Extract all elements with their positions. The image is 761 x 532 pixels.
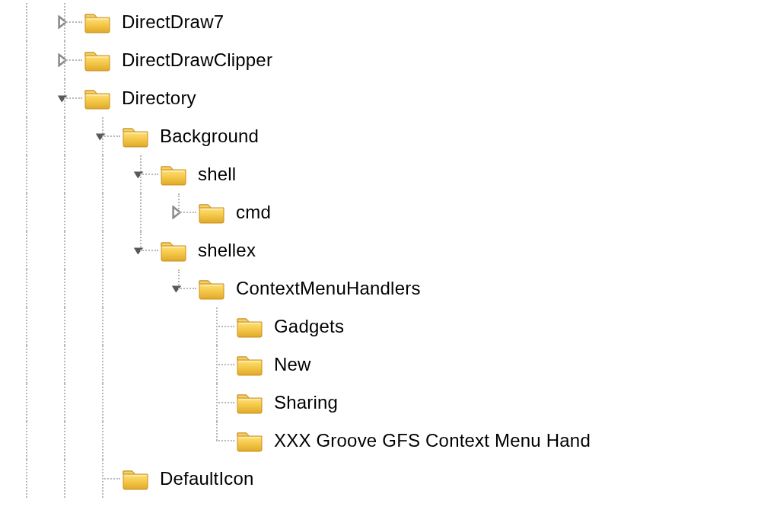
registry-tree: DirectDraw7 DirectDrawClipper Directory [0, 0, 761, 498]
folder-icon [122, 124, 149, 148]
expand-collapse-icon[interactable] [94, 129, 110, 145]
tree-item-label: cmd [236, 193, 271, 231]
tree-row[interactable]: New [8, 346, 761, 384]
tree-item-label: DirectDraw7 [122, 3, 224, 41]
tree-item-label: Sharing [274, 384, 338, 422]
tree-row[interactable]: DirectDrawClipper [8, 41, 761, 79]
folder-icon [84, 10, 111, 34]
tree-row[interactable]: DefaultIcon [8, 460, 761, 498]
tree-item-label: ContextMenuHandlers [236, 269, 421, 307]
folder-icon [236, 352, 263, 377]
tree-item-label: DefaultIcon [160, 460, 254, 498]
folder-icon [198, 276, 225, 301]
folder-icon [160, 162, 187, 186]
expand-collapse-icon[interactable] [170, 205, 186, 221]
folder-icon [122, 467, 149, 491]
tree-row[interactable]: cmd [8, 193, 761, 231]
tree-item-label: Gadgets [274, 307, 344, 346]
tree-item-label: New [274, 346, 311, 384]
tree-row[interactable]: Sharing [8, 384, 761, 422]
folder-icon [236, 390, 263, 415]
folder-icon [236, 314, 263, 339]
tree-item-label: XXX Groove GFS Context Menu Hand [274, 422, 591, 460]
tree-row[interactable]: Directory [8, 79, 761, 117]
tree-item-label: DirectDrawClipper [122, 41, 272, 79]
tree-row[interactable]: Background [8, 117, 761, 155]
tree-item-label: Directory [122, 79, 196, 117]
expand-collapse-icon[interactable] [56, 53, 72, 68]
tree-row[interactable]: Gadgets [8, 307, 761, 346]
tree-row[interactable]: ContextMenuHandlers [8, 269, 761, 307]
folder-icon [84, 48, 111, 72]
tree-item-label: shell [198, 155, 236, 193]
expand-collapse-icon[interactable] [132, 244, 148, 259]
tree-row[interactable]: shellex [8, 231, 761, 269]
expand-collapse-icon[interactable] [56, 15, 72, 30]
tree-item-label: Background [160, 117, 259, 155]
tree-row[interactable]: shell [8, 155, 761, 193]
expand-collapse-icon[interactable] [56, 91, 72, 107]
folder-icon [84, 86, 111, 110]
tree-row[interactable]: XXX Groove GFS Context Menu Hand [8, 422, 761, 460]
folder-icon [160, 238, 187, 263]
tree-item-label: shellex [198, 231, 256, 269]
folder-icon [198, 200, 225, 225]
expand-collapse-icon[interactable] [132, 167, 148, 183]
folder-icon [236, 428, 263, 453]
expand-collapse-icon[interactable] [170, 282, 186, 297]
tree-row[interactable]: DirectDraw7 [8, 3, 761, 41]
